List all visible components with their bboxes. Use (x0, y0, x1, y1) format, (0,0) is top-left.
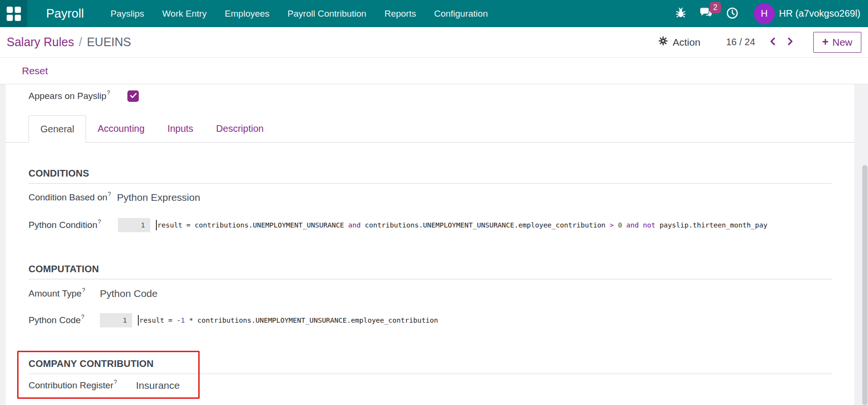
breadcrumb-current: EUEINS (87, 35, 131, 49)
help-question-mark: ? (114, 379, 117, 385)
apps-grid-icon (7, 7, 21, 21)
bug-icon (675, 7, 687, 20)
tab-accounting[interactable]: Accounting (86, 115, 156, 142)
chevron-left-icon (768, 36, 778, 48)
notebook-tabs: General Accounting Inputs Description (6, 115, 854, 143)
help-question-mark: ? (98, 218, 101, 225)
control-panel: Salary Rules / EUEINS (0, 27, 868, 58)
user-name: HR (a7vokgso269l) (779, 8, 860, 19)
field-row-python-code: Python Code? 1 result = -1 * contributio… (29, 313, 438, 328)
breadcrumb: Salary Rules / EUEINS (7, 35, 131, 49)
debug-bug-button[interactable] (675, 7, 687, 20)
code-line-number: 1 (100, 313, 132, 327)
section-conditions: CONDITIONS (29, 168, 832, 184)
new-button[interactable]: + New (813, 32, 861, 53)
top-navbar: Payroll Payslips Work Entry Employees Pa… (0, 0, 868, 27)
user-menu-button[interactable]: H HR (a7vokgso269l) (751, 3, 863, 25)
pager-counter[interactable]: 16 / 24 (726, 37, 755, 48)
code-line-number: 1 (118, 218, 150, 232)
python-code-code: result = -1 * contributions.UNEMPLOYMENT… (139, 316, 438, 324)
help-question-mark: ? (107, 89, 110, 96)
condition-based-on-value[interactable]: Python Expression (117, 192, 200, 203)
app-brand[interactable]: Payroll (46, 6, 84, 21)
checkmark-icon (129, 92, 137, 100)
breadcrumb-salary-rules[interactable]: Salary Rules (7, 35, 74, 49)
field-row-contribution-register: Contribution Register? Insurance (29, 378, 180, 393)
payroll-app-window: Payroll Payslips Work Entry Employees Pa… (0, 0, 868, 405)
gear-icon (658, 36, 668, 49)
nav-item-configuration[interactable]: Configuration (434, 9, 488, 19)
avatar: H (754, 3, 775, 24)
new-button-label: New (832, 37, 852, 48)
field-label-appears-on-payslip: Appears on Payslip? (29, 90, 127, 101)
nav-menu: Payslips Work Entry Employees Payroll Co… (110, 9, 488, 19)
help-question-mark: ? (82, 287, 86, 294)
messages-badge: 2 (710, 2, 721, 13)
pager-previous-button[interactable] (766, 34, 780, 50)
tab-general[interactable]: General (29, 115, 86, 143)
messages-button[interactable]: 2 (699, 6, 714, 21)
nav-item-payslips[interactable]: Payslips (110, 9, 144, 19)
python-code-editor[interactable]: 1 result = -1 * contributions.UNEMPLOYME… (100, 313, 438, 328)
section-computation: COMPUTATION (29, 264, 832, 279)
help-question-mark: ? (108, 191, 111, 198)
form-view: Appears on Payslip? General Accounting I… (0, 84, 868, 405)
text-cursor (138, 315, 139, 326)
section-title-company-contribution: COMPANY CONTRIBUTION (29, 358, 832, 369)
field-label-condition-based-on: Condition Based on? (29, 192, 117, 203)
section-title-computation: COMPUTATION (29, 264, 832, 275)
plus-icon: + (822, 37, 829, 48)
field-label-amount-type: Amount Type? (29, 288, 100, 299)
python-condition-editor[interactable]: 1 result = contributions.UNEMPLOYMENT_UN… (118, 217, 767, 233)
field-label-contribution-register: Contribution Register? (29, 380, 136, 391)
nav-item-reports[interactable]: Reports (385, 9, 416, 19)
systray: 2 H HR (a7vokgso269l) (675, 3, 868, 25)
control-panel-right: Action 16 / 24 + New (655, 32, 861, 53)
section-company-contribution: COMPANY CONTRIBUTION (29, 358, 832, 374)
action-menu-button[interactable]: Action (655, 35, 703, 49)
apps-menu-button[interactable] (0, 0, 27, 27)
text-cursor (156, 220, 157, 230)
contribution-register-value[interactable]: Insurance (136, 380, 180, 391)
appears-on-payslip-checkbox[interactable] (127, 90, 139, 102)
field-row-condition-based-on: Condition Based on? Python Expression (29, 190, 200, 205)
field-row-python-condition: Python Condition? 1 result = contributio… (29, 217, 767, 233)
form-status-bar: Reset (0, 58, 868, 84)
pager-next-button[interactable] (783, 34, 797, 50)
tab-description[interactable]: Description (205, 115, 275, 142)
section-title-conditions: CONDITIONS (29, 168, 832, 179)
clock-icon (726, 7, 739, 21)
action-label: Action (673, 37, 700, 48)
field-label-python-code: Python Code? (29, 315, 100, 326)
chevron-right-icon (785, 36, 795, 48)
amount-type-value[interactable]: Python Code (100, 288, 157, 299)
nav-item-work-entry[interactable]: Work Entry (162, 9, 207, 19)
help-question-mark: ? (81, 314, 85, 320)
vertical-scrollbar-thumb[interactable] (862, 165, 868, 405)
nav-item-payroll-contribution[interactable]: Payroll Contribution (288, 9, 366, 19)
field-label-python-condition: Python Condition? (29, 219, 118, 230)
breadcrumb-separator: / (79, 35, 82, 49)
nav-item-employees[interactable]: Employees (225, 9, 270, 19)
field-row-amount-type: Amount Type? Python Code (29, 286, 157, 301)
activities-button[interactable] (726, 7, 739, 21)
field-row-appears-on-payslip: Appears on Payslip? (29, 89, 139, 103)
python-condition-code: result = contributions.UNEMPLOYMENT_UNSU… (157, 221, 767, 229)
reset-button[interactable]: Reset (19, 65, 51, 77)
tab-inputs[interactable]: Inputs (156, 115, 204, 142)
